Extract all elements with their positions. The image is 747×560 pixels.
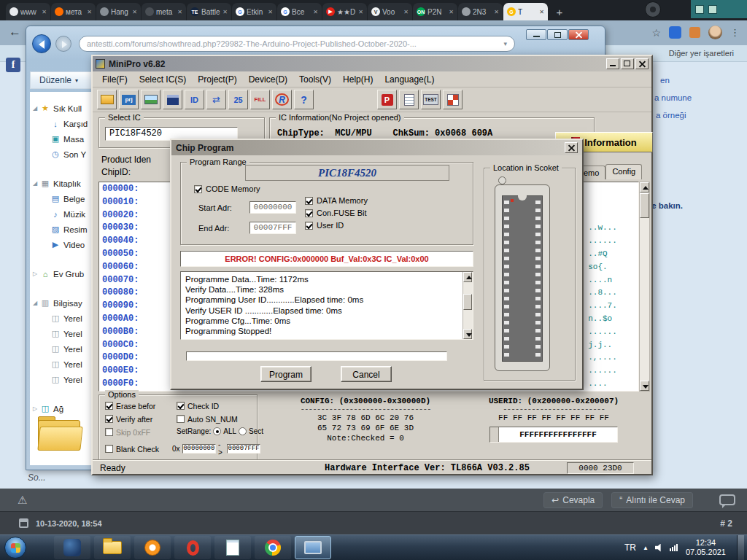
profile-avatar[interactable] — [708, 26, 722, 39]
menu-item[interactable]: Tools(V) — [294, 73, 336, 86]
new-tab-button[interactable]: + — [551, 3, 568, 20]
radio-sect[interactable] — [239, 427, 247, 435]
code-memory-checkbox[interactable] — [194, 185, 202, 193]
log-scrollbar[interactable] — [462, 272, 473, 339]
tab-2n3[interactable]: 2N3 ✕ — [458, 3, 503, 20]
tab-p2n[interactable]: ON P2N ✕ — [413, 3, 457, 20]
user-id-row[interactable]: User ID — [305, 221, 368, 230]
tab-close-icon[interactable]: ✕ — [42, 9, 47, 15]
scroll-down-icon[interactable] — [463, 329, 472, 339]
data-memory-row[interactable]: DATA Memory — [305, 196, 368, 205]
tab-close-icon[interactable]: ✕ — [132, 9, 137, 15]
other-bookmarks[interactable]: Diğer yer işaretleri — [669, 49, 734, 58]
vertical-scrollbar[interactable] — [639, 182, 650, 392]
minimize-button[interactable] — [606, 58, 619, 69]
forward-button[interactable] — [55, 36, 71, 52]
checkbox[interactable] — [177, 415, 185, 423]
taskbar-minipro-active[interactable] — [295, 536, 331, 559]
scroll-thumb[interactable] — [463, 294, 472, 310]
fuse-bit-checkbox[interactable] — [305, 209, 313, 217]
start-address-field[interactable]: 00000000 — [249, 201, 296, 214]
back-icon[interactable]: ← — [9, 25, 21, 39]
tray-expand-icon[interactable]: ▲ — [643, 545, 649, 551]
open-file-icon[interactable] — [97, 90, 117, 109]
post-number[interactable]: # 2 — [720, 518, 732, 529]
userid-field[interactable]: FFFFFFFFFFFFFFFF — [489, 427, 618, 443]
checkbox[interactable] — [105, 428, 113, 436]
menu-item[interactable]: Project(P) — [193, 73, 241, 86]
extension-icon[interactable] — [669, 26, 681, 39]
menu-item[interactable]: Device(D) — [244, 73, 293, 86]
save-icon[interactable] — [163, 90, 182, 109]
maximize-button[interactable] — [621, 58, 634, 69]
radio-all[interactable] — [213, 427, 221, 435]
extension-icon-2[interactable] — [689, 27, 700, 38]
tab-bce[interactable]: G Bce ✕ — [277, 3, 322, 20]
checkbox[interactable] — [105, 402, 113, 410]
tab-close-icon[interactable]: ✕ — [313, 9, 318, 15]
tab-close-icon[interactable]: ✕ — [403, 9, 409, 15]
cancel-button[interactable]: Cancel — [341, 366, 392, 382]
tab-meta1[interactable]: мета ✕ — [51, 3, 96, 20]
program-button[interactable]: Program — [260, 366, 311, 382]
taskbar-explorer[interactable] — [94, 536, 131, 559]
tab-config[interactable]: Config — [605, 164, 642, 179]
multi-quote-icon[interactable] — [719, 494, 735, 505]
tab-close-icon[interactable]: ✕ — [222, 9, 228, 15]
menu-item[interactable]: File(F) — [97, 73, 133, 86]
facebook-share-button[interactable]: f — [6, 58, 20, 72]
scroll-down-icon[interactable] — [640, 381, 649, 391]
tab-close-icon[interactable]: ✕ — [358, 9, 363, 15]
option-checkbox[interactable]: Verify after — [105, 414, 159, 424]
swap-bytes-icon[interactable]: ⇄ — [206, 90, 226, 109]
taskbar-app-1[interactable] — [54, 536, 90, 559]
tab-youtube[interactable]: ▶ ★★D ✕ — [322, 3, 367, 20]
user-id-checkbox[interactable] — [305, 222, 313, 230]
back-button[interactable] — [32, 34, 51, 53]
close-button[interactable] — [635, 58, 649, 69]
chevron-down-icon[interactable]: ▾ — [503, 40, 507, 47]
option-checkbox[interactable]: Erase befor — [105, 401, 159, 411]
tab-meta2[interactable]: meta ✕ — [142, 3, 186, 20]
quote-reply-button[interactable]: “ Alıntı ile Cevap — [611, 492, 693, 508]
tab-close-icon[interactable]: ✕ — [87, 9, 92, 15]
option-checkbox[interactable]: Check ID — [177, 401, 238, 411]
checkbox[interactable] — [177, 402, 185, 410]
edit-buffer-icon[interactable] — [399, 90, 419, 109]
option-checkbox[interactable]: Blank Check — [105, 444, 159, 454]
close-button[interactable] — [568, 29, 589, 40]
expander-icon[interactable]: ◢ — [33, 300, 40, 306]
dialog-title-bar[interactable]: Chip Program — [171, 140, 582, 155]
clock[interactable]: 12:34 07.05.2021 — [686, 538, 726, 557]
tab-close-icon[interactable]: ✕ — [268, 9, 273, 15]
tab-www[interactable]: www ✕ — [6, 3, 50, 20]
network-icon[interactable] — [670, 544, 678, 551]
range-start-field[interactable]: 00000000 — [182, 444, 216, 454]
menu-item[interactable]: Help(H) — [338, 73, 378, 86]
ic-test-icon[interactable] — [443, 90, 462, 109]
taskbar-notepad[interactable] — [214, 536, 251, 559]
scroll-thumb[interactable] — [640, 193, 649, 218]
tab-close-icon[interactable]: ✕ — [494, 9, 499, 15]
scroll-up-icon[interactable] — [640, 182, 649, 192]
tab-etkin[interactable]: G Etkin ✕ — [232, 3, 276, 20]
taskbar-opera[interactable] — [174, 536, 211, 559]
report-icon[interactable]: ⚠ — [18, 494, 27, 507]
maximize-button[interactable] — [547, 29, 568, 40]
checkbox[interactable] — [105, 445, 113, 453]
show-desktop-button[interactable] — [737, 535, 744, 560]
address-bar[interactable]: antestti.com/forums/showthread.php?29982… — [79, 36, 515, 52]
scroll-up-icon[interactable] — [463, 272, 472, 282]
folder-icon-large[interactable] — [38, 420, 80, 451]
option-checkbox[interactable]: Auto SN_NUM — [177, 414, 238, 424]
edit-menu[interactable]: Düzenle ▾ — [39, 75, 78, 85]
menu-item[interactable]: Select IC(S) — [134, 73, 192, 86]
expander-icon[interactable]: ▷ — [33, 405, 40, 412]
tab-battle[interactable]: TE Battle ✕ — [187, 3, 231, 20]
tab-close-icon[interactable]: ✕ — [177, 9, 182, 15]
title-bar[interactable]: MiniPro v6.82 — [93, 56, 651, 71]
option-checkbox[interactable]: Skip 0xFF — [105, 427, 159, 437]
project-icon[interactable]: prj — [119, 90, 139, 109]
media-control-icon[interactable] — [645, 1, 661, 18]
checkbox[interactable] — [105, 415, 113, 423]
